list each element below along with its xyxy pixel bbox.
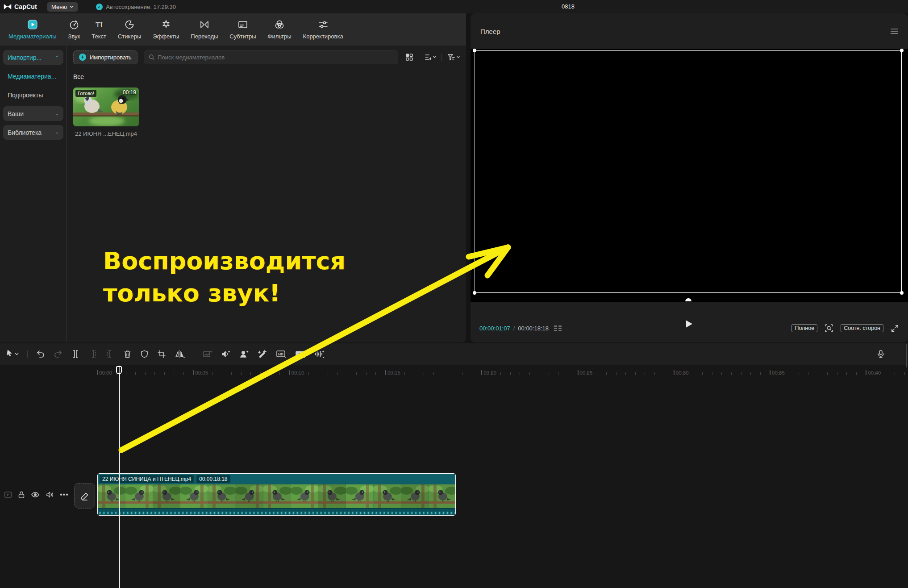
- video-viewport[interactable]: [471, 49, 908, 302]
- export-frame-button[interactable]: [203, 350, 212, 359]
- timeline-scrollbar[interactable]: [906, 344, 907, 367]
- play-button[interactable]: [686, 320, 693, 328]
- timeline-clip[interactable]: 22 ИЮНЯ СИНИЦА и ПТЕНЕЦ.mp4 00:00:18:18: [97, 473, 456, 516]
- filmstrip-frame: [429, 484, 456, 508]
- ruler-tick: [904, 372, 905, 375]
- audio-tab-icon: [68, 19, 80, 30]
- mask-button[interactable]: [140, 350, 149, 359]
- menu-button[interactable]: Меню: [47, 2, 78, 12]
- clip-audio-waveform: [98, 508, 455, 515]
- sidebar-item-media[interactable]: Медиаматериа...: [3, 69, 63, 83]
- tab-filters[interactable]: Фильтры: [262, 18, 297, 41]
- clip-duration: 00:00:18:18: [196, 475, 230, 483]
- resize-handle-bottom-right[interactable]: [900, 291, 904, 295]
- portrait-enhance-button[interactable]: [239, 350, 249, 359]
- filmstrip-frame: [153, 484, 181, 508]
- ruler-tick: [693, 372, 693, 375]
- video-effects-button[interactable]: [295, 350, 306, 359]
- capcut-logo-icon: [4, 4, 12, 10]
- ruler-tick: [164, 372, 165, 375]
- filter-dropdown[interactable]: [447, 54, 460, 61]
- undo-button[interactable]: [36, 350, 45, 359]
- sidebar-item-label: Подпроекты: [8, 92, 43, 99]
- ruler-tick: [789, 372, 789, 375]
- hd-enhance-button[interactable]: HD: [276, 350, 287, 359]
- clip-selection-frame[interactable]: [475, 50, 902, 293]
- record-voiceover-button[interactable]: [877, 350, 885, 359]
- ruler-tick: [731, 372, 732, 375]
- ruler-tick: [424, 372, 424, 375]
- delete-button[interactable]: [123, 350, 132, 359]
- timeline-ruler[interactable]: 00:0000:0500:1000:1500:2000:2500:3000:35…: [71, 365, 908, 379]
- sidebar-item-yours[interactable]: Ваши ⌄: [3, 106, 63, 121]
- sidebar-item-library[interactable]: Библиотека ⌄: [3, 125, 63, 140]
- tab-media[interactable]: Медиаматериалы: [3, 18, 62, 41]
- redo-button[interactable]: [54, 350, 62, 359]
- trim-right-button[interactable]: [106, 350, 115, 359]
- playhead-marker[interactable]: [116, 366, 122, 374]
- clip-name: 22 ИЮНЯ СИНИЦА и ПТЕНЕЦ.mp4: [100, 475, 194, 483]
- player-menu-icon[interactable]: [891, 29, 898, 34]
- split-button[interactable]: [71, 350, 80, 359]
- mute-track-icon[interactable]: [46, 491, 54, 498]
- audio-waveform-button[interactable]: [314, 350, 325, 359]
- autosave-status: ✓ Автосохранение: 17:29:30: [96, 4, 176, 10]
- tab-label: Субтитры: [229, 33, 256, 40]
- ruler-tick: [395, 372, 395, 375]
- frame-view-icon[interactable]: [554, 325, 562, 331]
- playhead-line[interactable]: [119, 366, 120, 588]
- lock-track-icon[interactable]: [18, 491, 25, 499]
- category-all-label[interactable]: Все: [73, 73, 460, 80]
- tab-captions[interactable]: Субтитры: [224, 18, 262, 41]
- menu-button-label: Меню: [51, 4, 67, 10]
- tab-transitions[interactable]: Переходы: [185, 18, 224, 41]
- ruler-tick: [318, 372, 318, 375]
- ruler-tick: [539, 372, 539, 375]
- resize-handle-top-left[interactable]: [473, 49, 476, 52]
- media-search[interactable]: [144, 50, 398, 64]
- edit-clip-button[interactable]: [74, 483, 95, 509]
- media-browser: + Импортировать Все: [67, 46, 466, 342]
- audio-enhance-button[interactable]: [221, 350, 231, 359]
- tab-label: Медиаматериалы: [8, 33, 57, 40]
- tab-adjust[interactable]: Корректировка: [297, 18, 349, 41]
- quality-button[interactable]: Полное: [791, 324, 817, 332]
- filmstrip-frame: [98, 484, 125, 508]
- sidebar-item-import[interactable]: Импортир... ⌃: [3, 50, 63, 65]
- sort-dropdown[interactable]: [425, 54, 436, 61]
- sidebar-item-subprojects[interactable]: Подпроекты: [3, 88, 63, 102]
- grid-view-icon[interactable]: [405, 53, 413, 61]
- ruler-tick: [126, 372, 126, 375]
- ruler-tick: [241, 372, 242, 375]
- resize-handle-bottom-left[interactable]: [473, 291, 476, 295]
- current-time: 00:00:01:07: [479, 325, 510, 332]
- tab-audio[interactable]: Звук: [62, 18, 86, 41]
- ruler-tick: [491, 372, 491, 375]
- crop-button[interactable]: [157, 350, 166, 359]
- tab-text[interactable]: TI Текст: [86, 18, 112, 41]
- fullscreen-icon[interactable]: [891, 324, 899, 333]
- aspect-ratio-button[interactable]: Соотн. сторон: [841, 324, 883, 332]
- select-tool-dropdown[interactable]: [5, 350, 19, 359]
- ruler-tick: [443, 372, 443, 375]
- sidebar-item-label: Медиаматериа...: [8, 73, 56, 80]
- rotate-handle[interactable]: [685, 298, 691, 301]
- ruler-tick: [183, 372, 184, 375]
- track-more-icon[interactable]: •••: [60, 491, 69, 499]
- import-button[interactable]: + Импортировать: [73, 50, 137, 64]
- tab-effects[interactable]: Эффекты: [147, 18, 185, 41]
- hide-track-icon[interactable]: [31, 491, 40, 498]
- search-input[interactable]: [158, 54, 393, 61]
- tab-stickers[interactable]: Стикеры: [112, 18, 147, 41]
- magic-tools-button[interactable]: [258, 350, 267, 359]
- media-item-thumbnail[interactable]: Готово! 00:19: [73, 88, 139, 126]
- autosave-check-icon: ✓: [96, 4, 103, 10]
- player-controls: 00:00:01:07 / 00:00:18:18 Полное Соотн. …: [471, 302, 908, 342]
- ruler-tick: [750, 372, 751, 375]
- preview-zoom-icon[interactable]: [825, 324, 833, 333]
- mirror-button[interactable]: [175, 350, 185, 359]
- trim-left-button[interactable]: [88, 350, 97, 359]
- resize-handle-top-right[interactable]: [900, 49, 904, 52]
- ruler-tick: [635, 372, 636, 375]
- ruler-tick: [875, 372, 876, 375]
